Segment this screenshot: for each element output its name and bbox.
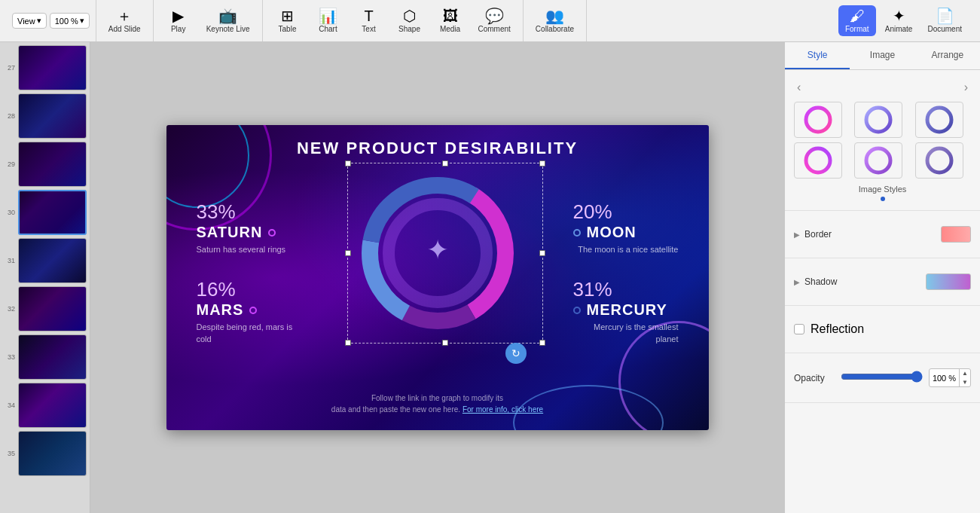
zoom-chevron-icon: ▾ <box>80 16 84 26</box>
slide-panel: 27 28 29 30 31 32 33 34 <box>0 42 90 513</box>
slide-thumb-32[interactable]: 32 <box>3 286 87 331</box>
stats-left: 33% SATURN Saturn has several rings 16% … <box>197 200 302 368</box>
shape-icon: ⬡ <box>403 8 416 23</box>
slide-img-27 <box>18 45 87 90</box>
shadow-gradient-swatch[interactable] <box>926 273 971 290</box>
play-group: ▶ Play 📺 Keynote Live <box>154 0 263 41</box>
slide-footer: Follow the link in the graph to modify i… <box>166 392 709 415</box>
slide-num-27: 27 <box>3 64 15 72</box>
border-expand-icon[interactable]: ▶ <box>794 231 800 239</box>
zoom-dropdown[interactable]: 100 % ▾ <box>50 13 90 29</box>
svg-point-11 <box>927 148 951 173</box>
style-swatch-6[interactable] <box>915 142 963 179</box>
handle-br[interactable] <box>539 340 545 346</box>
handle-ml[interactable] <box>345 250 351 256</box>
toolbar: View ▾ 100 % ▾ ＋ Add Slide ▶ Play 📺 Keyn… <box>0 0 980 42</box>
refresh-icon: ↻ <box>511 347 521 359</box>
animate-button[interactable]: ✦ Animate <box>879 5 919 36</box>
moon-dot <box>573 229 581 237</box>
border-color-swatch[interactable] <box>941 226 971 243</box>
tab-image[interactable]: Image <box>850 42 914 69</box>
animate-label: Animate <box>885 25 913 33</box>
handle-tr[interactable] <box>539 160 545 166</box>
opacity-down-icon[interactable]: ▼ <box>960 378 970 387</box>
tab-style[interactable]: Style <box>785 42 850 69</box>
table-button[interactable]: ⊞ Table <box>269 5 307 36</box>
reflection-row: Reflection <box>794 315 971 344</box>
saturn-pct: 33% <box>197 200 302 224</box>
table-icon: ⊞ <box>281 8 294 23</box>
moon-block: 20% MOON The moon is a nice satellite <box>573 200 679 255</box>
style-swatch-1[interactable] <box>794 102 842 138</box>
slide-num-28: 28 <box>3 112 15 120</box>
format-label: Format <box>845 25 869 33</box>
comment-button[interactable]: 💬 Comment <box>472 5 517 36</box>
shape-button[interactable]: ⬡ Shape <box>391 5 429 36</box>
right-arrow-icon[interactable]: › <box>961 79 971 96</box>
image-styles-dots <box>794 197 971 201</box>
play-icon: ▶ <box>172 8 184 23</box>
format-button[interactable]: 🖌 Format <box>838 5 876 36</box>
footer-link[interactable]: For more info, click here <box>463 405 543 414</box>
document-label: Document <box>927 25 962 33</box>
slide-thumb-35[interactable]: 35 <box>3 431 87 476</box>
shadow-row: ▶ Shadow <box>794 267 971 296</box>
view-dropdown[interactable]: View ▾ <box>12 13 47 29</box>
handle-mr[interactable] <box>539 250 545 256</box>
collaborate-button[interactable]: 👥 Collaborate <box>530 5 580 36</box>
keynote-live-button[interactable]: 📺 Keynote Live <box>200 5 256 36</box>
play-button[interactable]: ▶ Play <box>160 5 197 36</box>
mars-desc: Despite being red, mars is cold <box>197 322 302 345</box>
slide-img-32 <box>18 286 87 331</box>
opacity-section: Opacity 100 % ▲ ▼ <box>785 353 980 403</box>
footer-line2: data and then paste the new one here. <box>331 405 460 414</box>
svg-point-10 <box>866 148 890 173</box>
keynote-live-label: Keynote Live <box>206 25 250 33</box>
comment-icon: 💬 <box>485 8 504 23</box>
shadow-label: Shadow <box>804 276 837 287</box>
chart-selection[interactable] <box>347 163 543 344</box>
refresh-button[interactable]: ↻ <box>505 343 527 364</box>
tab-arrange[interactable]: Arrange <box>915 42 980 69</box>
shadow-expand-icon[interactable]: ▶ <box>794 278 800 286</box>
handle-tl[interactable] <box>345 160 351 166</box>
style-swatch-5[interactable] <box>854 142 902 179</box>
opacity-stepper: ▲ ▼ <box>959 369 970 386</box>
format-icon: 🖌 <box>850 8 865 23</box>
svg-point-8 <box>927 108 951 132</box>
handle-bl[interactable] <box>345 340 351 346</box>
opacity-up-icon[interactable]: ▲ <box>960 369 970 378</box>
handle-bc[interactable] <box>442 340 448 346</box>
slide-num-29: 29 <box>3 160 15 168</box>
slide-thumb-34[interactable]: 34 <box>3 383 87 428</box>
border-label: Border <box>804 229 832 240</box>
canvas-area[interactable]: NEW PRODUCT DESIRABILITY 33% SATURN Satu… <box>90 42 784 513</box>
slide-thumb-29[interactable]: 29 <box>3 142 87 187</box>
shadow-label-group: ▶ Shadow <box>794 276 837 287</box>
chart-button[interactable]: 📊 Chart <box>310 5 347 36</box>
slide-thumb-28[interactable]: 28 <box>3 93 87 139</box>
opacity-slider[interactable] <box>841 371 923 383</box>
reflection-checkbox[interactable] <box>794 324 804 334</box>
style-swatch-3[interactable] <box>915 102 963 138</box>
add-slide-button[interactable]: ＋ Add Slide <box>102 5 147 36</box>
animate-icon: ✦ <box>893 8 905 23</box>
slide-thumb-27[interactable]: 27 <box>3 45 87 90</box>
left-arrow-icon[interactable]: ‹ <box>794 79 804 96</box>
collaborate-group: 👥 Collaborate <box>524 0 587 41</box>
document-button[interactable]: 📄 Document <box>921 5 968 36</box>
style-swatch-2[interactable] <box>854 102 902 138</box>
svg-point-9 <box>806 148 830 173</box>
media-button[interactable]: 🖼 Media <box>432 5 469 36</box>
text-button[interactable]: T Text <box>350 5 388 36</box>
handle-tc[interactable] <box>442 160 448 166</box>
view-zoom-group: View ▾ 100 % ▾ <box>6 0 96 41</box>
style-swatch-4[interactable] <box>794 142 842 179</box>
slide-img-31 <box>18 238 87 283</box>
opacity-row: Opacity 100 % ▲ ▼ <box>794 362 971 393</box>
reflection-label: Reflection <box>811 322 864 336</box>
slide-thumb-31[interactable]: 31 <box>3 238 87 283</box>
slide-thumb-33[interactable]: 33 <box>3 334 87 380</box>
moon-desc: The moon is a nice satellite <box>573 244 679 255</box>
slide-thumb-30[interactable]: 30 <box>3 190 87 235</box>
